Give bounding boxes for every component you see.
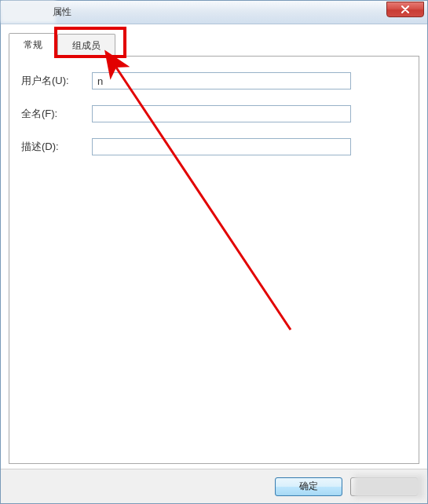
ok-button[interactable]: 确定 [275, 477, 342, 496]
title-blur-region [1, 1, 56, 23]
ok-button-label: 确定 [299, 480, 318, 491]
tab-members[interactable]: 组成员 [57, 34, 115, 57]
titlebar[interactable]: 属性 [1, 1, 427, 24]
properties-dialog: 属性 常规 组成员 用户名(U): 全名(F): [0, 0, 428, 504]
tabpanel-general: 用户名(U): 全名(F): 描述(D): [9, 56, 419, 464]
close-icon [401, 5, 410, 13]
close-button[interactable] [386, 2, 424, 17]
row-fullname: 全名(F): [21, 105, 407, 122]
fullname-input[interactable] [92, 105, 351, 122]
tab-general-label: 常规 [24, 39, 42, 50]
row-username: 用户名(U): [21, 72, 407, 89]
window-title: 属性 [53, 5, 71, 19]
username-label: 用户名(U): [21, 74, 92, 88]
description-input[interactable] [92, 138, 351, 155]
username-input[interactable] [92, 72, 351, 89]
description-label: 描述(D): [21, 140, 92, 154]
tab-general[interactable]: 常规 [9, 33, 57, 57]
cancel-blur-region [353, 475, 424, 499]
tabstrip: 常规 组成员 [9, 32, 419, 56]
content-area: 常规 组成员 用户名(U): 全名(F): 描述(D): [1, 24, 427, 469]
fullname-label: 全名(F): [21, 107, 92, 121]
tab-members-label: 组成员 [72, 40, 101, 51]
row-description: 描述(D): [21, 138, 407, 155]
